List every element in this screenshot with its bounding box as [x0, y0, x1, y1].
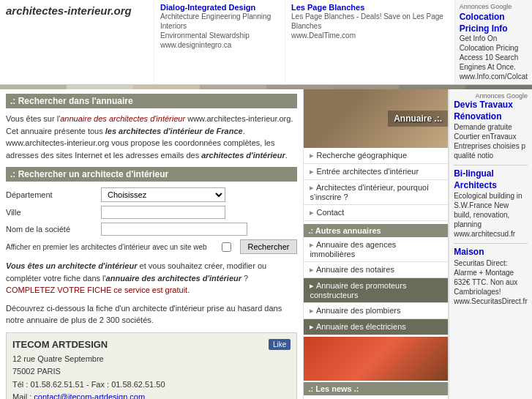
header: architectes-interieur.org Dialog-Integra… — [0, 0, 532, 85]
dept-row: Département Choisissez — [6, 187, 297, 202]
company-mail[interactable]: contact@itecom-artdesign.com — [34, 392, 145, 399]
maison-link[interactable]: Maison — [454, 247, 528, 258]
intro-text: Vous êtes sur l'annuaire des architectes… — [6, 113, 297, 161]
completez-link[interactable]: COMPLETEZ VOTRE FICHE ce service est gra… — [6, 286, 190, 294]
dept-label: Département — [6, 190, 101, 199]
devis-body: Demande gratuite Courtier enTravaux Entr… — [454, 123, 525, 160]
societe-label: Nom de la société — [6, 225, 101, 234]
ville-label: Ville — [6, 208, 101, 217]
pricing-link[interactable]: Pricing Info — [460, 23, 528, 34]
company-name: ITECOM ARTDESIGN — [12, 339, 108, 350]
maison-body: Securitas Direct: Alarme + Montage 632€ … — [454, 259, 528, 305]
right-ad-architects: Bi-lingual Architects Ecological buildin… — [454, 168, 528, 239]
company-mail-label: Mail : — [12, 392, 31, 399]
ad2-title[interactable]: Les Page Blanches — [291, 3, 449, 12]
section2-title: Rechercher un architecte d'intérieur — [6, 167, 297, 182]
nav-item-geo[interactable]: Recherche géographique — [304, 148, 448, 164]
ad2-line2: www.DealTime.com — [291, 31, 449, 40]
fb-like-btn[interactable]: Like — [269, 339, 291, 350]
autres-title: Autres annuaires — [304, 224, 448, 237]
nav-item-contact[interactable]: Contact — [304, 205, 448, 221]
logo: architectes-interieur.org — [6, 4, 148, 17]
google-label: Annonces Google — [460, 3, 528, 10]
right-ad-colocation: Colocation — [460, 12, 528, 22]
ville-row: Ville — [6, 206, 297, 219]
ad2-block: Les Page Blanches Les Page Blanches - De… — [285, 0, 454, 84]
nav-agences[interactable]: Annuaire des agences immobilières — [304, 237, 448, 262]
ad1-line2: Environmental Stewardship — [160, 31, 279, 40]
promo-text: Vous êtes un architecte d'intérieur et v… — [6, 260, 297, 297]
company-tel: Tél : 01.58.62.51.51 - Fax : 01.58.62.51… — [12, 380, 165, 389]
company-card: ITECOM ARTDESIGN Like 12 rue Quatre Sept… — [6, 332, 297, 400]
societe-input[interactable] — [101, 223, 247, 236]
right-google-label: Annonces Google — [454, 92, 528, 100]
ad2-line1: Les Page Blanches - Deals! Save on Les P… — [291, 12, 449, 31]
logo-prefix: architectes- — [6, 4, 67, 17]
ad1-line3: www.designintegro.ca — [160, 40, 279, 50]
architects-body: Ecological building in S.W.France New bu… — [454, 192, 522, 238]
annuaire-label: Annuaire .:. — [388, 111, 448, 127]
right-ad-devis: Devis Travaux Rénovation Demande gratuit… — [454, 100, 528, 160]
search-button[interactable]: Rechercher — [240, 239, 298, 254]
company-city: 75002 PARIS — [12, 367, 61, 376]
checkbox-label: Afficher en premier les architectes d'in… — [6, 243, 222, 251]
societe-row: Nom de la société — [6, 223, 297, 236]
nav-item-pourquoi[interactable]: Architectes d'intérieur, pourquoi s'insc… — [304, 180, 448, 205]
mid-image2 — [304, 337, 448, 381]
annuaire-link[interactable]: annuaire des architectes d'intérieur — [60, 114, 185, 123]
right-ad-pricing: Pricing Info Get Info On Colocation Pric… — [460, 23, 528, 81]
company-address: 12 rue Quatre Septembre — [12, 354, 104, 363]
ville-input[interactable] — [101, 206, 225, 219]
discover-text: Découvrez ci-dessous la fiche d'un archi… — [6, 302, 297, 327]
devis-link[interactable]: Devis Travaux Rénovation — [454, 100, 528, 122]
card-header-row: ITECOM ARTDESIGN Like — [12, 339, 291, 353]
ad1-title[interactable]: Dialog-Integrated Design — [160, 3, 279, 12]
right-header-ads: Annonces Google Colocation Pricing Info … — [454, 0, 532, 84]
news-label: Les news .: — [304, 382, 448, 395]
annuaire-image: Annuaire .:. — [304, 89, 448, 148]
right-ad-maison: Maison Securitas Direct: Alarme + Montag… — [454, 247, 528, 306]
architects-link[interactable]: Bi-lingual Architects — [454, 168, 528, 191]
right-divider2 — [454, 243, 528, 244]
site-web-checkbox[interactable] — [222, 242, 231, 252]
nav-electriciens[interactable]: Annuaire des électriciens — [304, 319, 448, 335]
logo-brand: interieur.org — [67, 4, 132, 17]
nav-promoteurs[interactable]: Annuaire des promoteurs constructeurs — [304, 278, 448, 303]
ad1-line1: Architecture Engineering Planning Interi… — [160, 12, 279, 31]
nav-notaires[interactable]: Annuaire des notaires — [304, 262, 448, 278]
dept-select[interactable]: Choisissez — [101, 187, 225, 202]
colocation-link[interactable]: Colocation — [460, 12, 528, 22]
checkbox-row: Afficher en premier les architectes d'in… — [6, 239, 297, 254]
main-area: Rechercher dans l'annuaire Vous êtes sur… — [0, 89, 532, 399]
nav-item-entree[interactable]: Entrée architectes d'intérieur — [304, 164, 448, 180]
left-column: Rechercher dans l'annuaire Vous êtes sur… — [0, 89, 304, 399]
company-info: 12 rue Quatre Septembre 75002 PARIS Tél … — [12, 353, 291, 400]
right-column: Annonces Google Devis Travaux Rénovation… — [449, 89, 532, 399]
logo-area: architectes-interieur.org — [0, 0, 154, 84]
nav-plombiers[interactable]: Annuaire des plombiers — [304, 303, 448, 319]
section1-title: Rechercher dans l'annuaire — [6, 94, 297, 108]
middle-column: Annuaire .:. Recherche géographique Entr… — [304, 89, 449, 399]
ad1-block: Dialog-Integrated Design Architecture En… — [154, 0, 285, 84]
right-divider1 — [454, 165, 528, 165]
pricing-body: Get Info On Colocation Pricing Access 10… — [460, 34, 528, 81]
